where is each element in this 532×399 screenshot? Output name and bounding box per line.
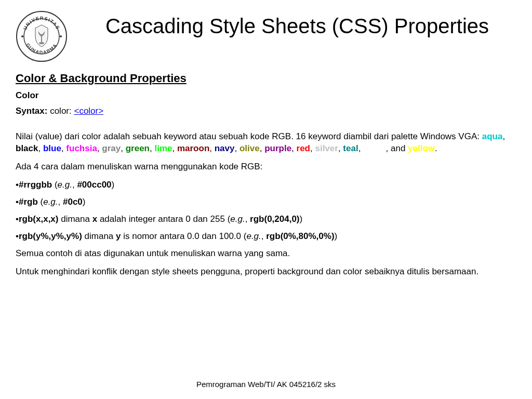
paragraph-conflict-note: Untuk menghindari konflik dengan style s… (16, 266, 516, 278)
color-keyword-blue: blue (43, 143, 61, 153)
color-value-link[interactable]: <color> (74, 106, 103, 116)
sub-heading-color: Color (16, 90, 516, 101)
syntax-prop: color: (47, 106, 74, 116)
svg-point-6 (21, 35, 23, 37)
paragraph-keywords: Nilai (value) dari color adalah sebuah k… (16, 131, 516, 155)
color-keyword-purple: purple (264, 143, 291, 153)
color-keyword-red: red (297, 143, 310, 153)
rgb-format-bullet: •rgb(x,x,x) dimana x adalah integer anta… (16, 214, 516, 225)
rgb-format-bullet: •#rgb (e.g., #0c0) (16, 196, 516, 208)
para1-lead: Nilai (value) dari color adalah sebuah k… (16, 131, 482, 141)
color-keyword-green: green (126, 143, 150, 153)
paragraph-rgb-intro: Ada 4 cara dalam menuliskan warna menggu… (16, 161, 516, 173)
color-keyword-maroon: maroon (177, 143, 209, 153)
section-heading: Color & Background Properties (16, 72, 516, 85)
university-logo: UNIVERSITAS GUNADARMA (16, 10, 68, 62)
color-keyword-white: white (363, 143, 385, 153)
color-keyword-fuchsia: fuchsia (66, 143, 97, 153)
color-keyword-gray: gray (102, 143, 121, 153)
svg-point-7 (60, 35, 62, 37)
syntax-label: Syntax: (16, 106, 47, 116)
color-keyword-black: black (16, 143, 38, 153)
slide-title: Cascading Style Sheets (CSS) Properties (78, 10, 516, 38)
color-keyword-silver: silver (315, 143, 338, 153)
slide-footer: Pemrograman Web/TI/ AK 045216/2 sks (0, 380, 532, 389)
color-keyword-teal: teal (343, 143, 358, 153)
rgb-format-bullet: •rgb(y%,y%,y%) dimana y is nomor antara … (16, 231, 516, 243)
svg-point-5 (39, 42, 44, 44)
color-keyword-aqua: aqua (482, 131, 503, 141)
paragraph-same-color: Semua contoh di atas digunakan untuk men… (16, 248, 516, 260)
color-keyword-olive: olive (240, 143, 260, 153)
color-keyword-yellow: yellow (408, 143, 435, 153)
syntax-line: Syntax: color: <color> (16, 106, 516, 116)
color-keyword-navy: navy (215, 143, 235, 153)
color-keyword-lime: lime (154, 143, 172, 153)
rgb-format-bullet: •#rrggbb (e.g., #00cc00) (16, 179, 516, 191)
